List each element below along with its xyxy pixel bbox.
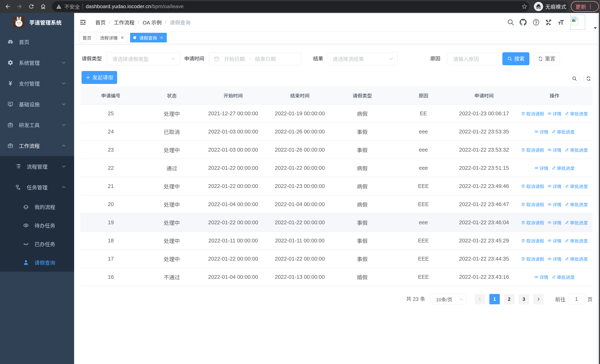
browser-update-button[interactable]: 更新	[571, 1, 599, 12]
action-detail-link[interactable]: 详情	[547, 183, 562, 189]
action-cancel-link[interactable]: 取消请假	[521, 201, 544, 208]
action-progress-link[interactable]: 审批进度	[565, 256, 588, 262]
cell-text: eee	[419, 219, 428, 225]
sidebar-item-infrastructure[interactable]: 基础设施	[0, 94, 74, 114]
sidebar-item-home[interactable]: 首页	[0, 31, 74, 52]
jump-page-input[interactable]	[568, 294, 585, 304]
sidebar-item-my-process[interactable]: 我的流程	[0, 197, 74, 216]
sidebar-item-devtools[interactable]: 研发工具	[0, 114, 74, 135]
help-icon[interactable]	[532, 19, 540, 26]
bookmark-star-icon[interactable]	[521, 3, 528, 10]
end-date-input[interactable]: 结束日期	[253, 55, 277, 63]
action-progress-link[interactable]: 审批进度	[565, 110, 588, 117]
page-3-button[interactable]: 3	[519, 294, 529, 304]
sidebar-item-payment[interactable]: 支付管理	[0, 73, 74, 94]
action-detail-link[interactable]: 详情	[534, 129, 548, 135]
header-search-icon[interactable]	[507, 19, 514, 26]
breadcrumb-item[interactable]: 首页	[95, 19, 106, 26]
sidebar-item-process-management[interactable]: 流程管理	[0, 156, 74, 177]
page-2-button[interactable]: 2	[504, 294, 514, 304]
create-leave-button[interactable]: 发起请假	[82, 71, 117, 84]
action-label: 详情	[553, 147, 562, 153]
reset-button[interactable]: 重置	[533, 52, 560, 65]
table-row[interactable]: 18处理中2022-01-11 00:00:002022-01-11 00:00…	[80, 232, 593, 250]
close-icon[interactable]	[159, 36, 164, 40]
action-progress-link[interactable]: 审批进度	[552, 129, 575, 135]
leave-type-select[interactable]: 请选择请假类型	[107, 52, 180, 65]
action-detail-link[interactable]: 详情	[547, 147, 562, 153]
browser-reload-button[interactable]	[28, 3, 35, 10]
table-row[interactable]: 23处理中2022-01-03 00:00:002022-01-26 00:00…	[80, 141, 593, 159]
action-progress-link[interactable]: 审批进度	[565, 237, 588, 244]
tag-process-detail[interactable]: 流程详情	[97, 33, 128, 42]
action-detail-link[interactable]: 详情	[547, 110, 562, 117]
apply-time-range-picker[interactable]: 开始日期 - 结束日期	[209, 52, 301, 65]
result-select[interactable]: 请选择流结果	[327, 52, 398, 65]
search-button[interactable]: 搜索	[502, 52, 529, 65]
page-1-button[interactable]: 1	[489, 294, 500, 304]
tag-home[interactable]: 首页	[79, 33, 94, 42]
action-cancel-link[interactable]: 取消请假	[521, 219, 544, 226]
sidebar-item-task-management[interactable]: 任务管理	[0, 177, 74, 197]
refresh-table-button[interactable]	[583, 73, 594, 84]
action-label: 取消请假	[526, 147, 544, 153]
trash-icon	[521, 111, 525, 116]
action-cancel-link[interactable]: 取消请假	[521, 183, 544, 189]
action-detail-link[interactable]: 详情	[547, 201, 562, 208]
prev-page-button[interactable]	[475, 294, 485, 304]
user-menu-caret-icon[interactable]	[593, 25, 598, 31]
action-detail-link[interactable]: 详情	[534, 165, 548, 171]
action-cancel-link[interactable]: 取消请假	[521, 256, 544, 262]
action-cancel-link[interactable]: 取消请假	[521, 147, 544, 153]
font-size-icon[interactable]	[557, 19, 565, 26]
table-row[interactable]: 20处理中2022-01-04 00:00:002022-01-04 00:00…	[80, 195, 593, 214]
table-row[interactable]: 21处理中2022-01-22 00:00:002022-01-23 00:00…	[80, 177, 593, 195]
sidebar-item-todo-tasks[interactable]: 待办任务	[0, 216, 74, 235]
action-cancel-link[interactable]: 取消请假	[521, 237, 544, 244]
action-progress-link[interactable]: 审批进度	[565, 219, 588, 226]
address-bar[interactable]: 不安全 dashboard.yudao.iocoder.cn/bpm/oa/le…	[52, 1, 529, 12]
sidebar-toggle-icon[interactable]	[80, 19, 86, 25]
cell-id: 24	[80, 123, 141, 140]
close-icon[interactable]	[120, 36, 124, 40]
tag-leave-query[interactable]: 请假查询	[130, 33, 167, 42]
show-search-toggle-button[interactable]	[569, 73, 580, 84]
table-row[interactable]: 25处理中2021-12-27 00:00:002022-01-19 00:00…	[80, 104, 593, 123]
table-row[interactable]: 16不通过2022-01-04 00:00:002022-01-13 00:00…	[80, 268, 593, 286]
cell-reason: eee	[389, 214, 458, 231]
browser-back-button[interactable]	[5, 3, 11, 10]
browser-menu-icon[interactable]	[588, 4, 593, 9]
action-detail-link[interactable]: 详情	[547, 237, 562, 244]
browser-home-button[interactable]	[40, 3, 46, 10]
reason-input[interactable]: 请输入原因	[447, 52, 499, 65]
action-progress-link[interactable]: 审批进度	[552, 165, 575, 171]
sidebar-item-leave-query[interactable]: 请假查询	[0, 253, 74, 272]
table-row[interactable]: 22通过2022-01-22 00:00:002022-01-22 00:00:…	[80, 159, 593, 177]
action-detail-link[interactable]: 详情	[534, 274, 548, 280]
breadcrumb-item[interactable]: 工作流程	[114, 19, 134, 26]
table-header-row: 申请编号状态开始时间结束时间请假类型原因申请时间操作	[80, 86, 593, 104]
breadcrumb-item[interactable]: OA 示例	[143, 19, 162, 26]
action-detail-link[interactable]: 详情	[547, 256, 562, 262]
sidebar-item-workflow[interactable]: 工作流程	[0, 135, 74, 156]
start-date-input[interactable]: 开始日期	[222, 55, 246, 63]
action-progress-link[interactable]: 审批进度	[565, 201, 588, 208]
not-secure-warning-icon[interactable]	[56, 4, 62, 9]
user-avatar[interactable]	[570, 15, 585, 30]
action-progress-link[interactable]: 审批进度	[565, 147, 588, 153]
app-logo[interactable]: 芋道管理系统	[0, 13, 74, 31]
action-progress-link[interactable]: 审批进度	[565, 183, 588, 189]
sidebar-item-done-tasks[interactable]: 已办任务	[0, 235, 74, 253]
github-icon[interactable]	[520, 19, 527, 26]
action-progress-link[interactable]: 审批进度	[552, 274, 575, 280]
fullscreen-icon[interactable]	[545, 19, 552, 26]
next-page-button[interactable]	[533, 294, 544, 304]
table-row[interactable]: 24已取消2022-01-03 00:00:002022-01-26 00:00…	[80, 123, 593, 141]
browser-forward-button[interactable]	[16, 3, 23, 10]
action-cancel-link[interactable]: 取消请假	[521, 110, 544, 117]
action-detail-link[interactable]: 详情	[547, 219, 562, 226]
page-size-select[interactable]: 10条/页	[430, 294, 467, 304]
table-row[interactable]: 19处理中2022-01-22 00:00:002022-01-22 00:00…	[80, 214, 593, 232]
table-row[interactable]: 17处理中2022-01-22 00:00:002022-01-22 00:00…	[80, 250, 593, 268]
sidebar-item-system[interactable]: 系统管理	[0, 52, 74, 73]
